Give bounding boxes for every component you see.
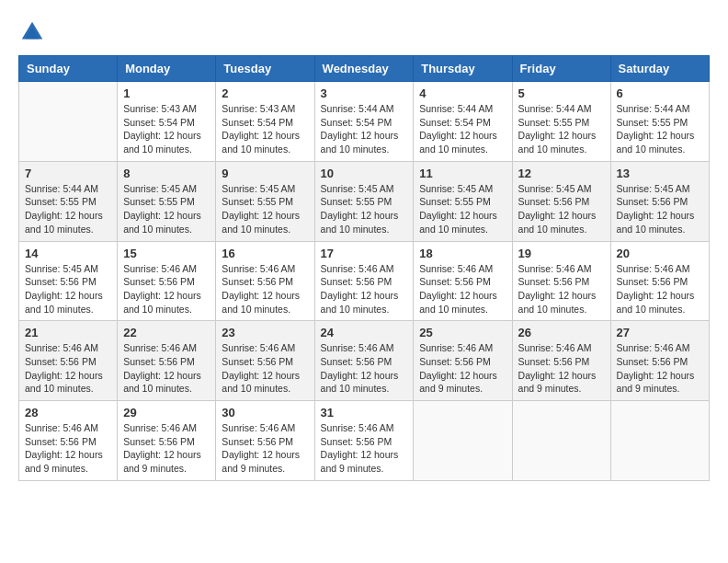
- calendar-cell: 21Sunrise: 5:46 AM Sunset: 5:56 PM Dayli…: [19, 321, 118, 401]
- day-info: Sunrise: 5:46 AM Sunset: 5:56 PM Dayligh…: [321, 341, 408, 396]
- day-number: 5: [518, 86, 605, 100]
- day-number: 27: [617, 326, 703, 339]
- day-number: 11: [419, 167, 506, 180]
- day-number: 14: [25, 247, 111, 260]
- calendar-header-sunday: Sunday: [19, 56, 118, 82]
- calendar-cell: 12Sunrise: 5:45 AM Sunset: 5:56 PM Dayli…: [512, 161, 610, 241]
- day-info: Sunrise: 5:46 AM Sunset: 5:56 PM Dayligh…: [123, 341, 210, 396]
- day-info: Sunrise: 5:45 AM Sunset: 5:55 PM Dayligh…: [222, 182, 308, 236]
- day-number: 7: [25, 167, 111, 180]
- logo-icon: [18, 18, 46, 46]
- calendar-week-row: 1Sunrise: 5:43 AM Sunset: 5:54 PM Daylig…: [19, 82, 710, 162]
- calendar-cell: 16Sunrise: 5:46 AM Sunset: 5:56 PM Dayli…: [216, 241, 314, 321]
- day-info: Sunrise: 5:44 AM Sunset: 5:55 PM Dayligh…: [25, 182, 111, 236]
- day-number: 22: [123, 326, 210, 339]
- day-info: Sunrise: 5:46 AM Sunset: 5:56 PM Dayligh…: [419, 341, 506, 396]
- calendar-cell: 30Sunrise: 5:46 AM Sunset: 5:56 PM Dayli…: [216, 401, 314, 481]
- day-number: 15: [123, 247, 210, 260]
- calendar-cell: 28Sunrise: 5:46 AM Sunset: 5:56 PM Dayli…: [19, 401, 118, 481]
- day-info: Sunrise: 5:45 AM Sunset: 5:56 PM Dayligh…: [25, 262, 111, 316]
- day-number: 4: [419, 86, 506, 100]
- day-info: Sunrise: 5:46 AM Sunset: 5:56 PM Dayligh…: [617, 262, 703, 316]
- day-info: Sunrise: 5:46 AM Sunset: 5:56 PM Dayligh…: [25, 341, 111, 396]
- day-number: 31: [321, 406, 408, 419]
- day-info: Sunrise: 5:44 AM Sunset: 5:55 PM Dayligh…: [617, 102, 703, 156]
- day-number: 24: [321, 326, 408, 339]
- calendar-cell: 5Sunrise: 5:44 AM Sunset: 5:55 PM Daylig…: [512, 82, 610, 162]
- day-info: Sunrise: 5:46 AM Sunset: 5:56 PM Dayligh…: [321, 421, 408, 476]
- day-info: Sunrise: 5:43 AM Sunset: 5:54 PM Dayligh…: [123, 102, 210, 156]
- page-header: [18, 18, 710, 46]
- logo: [18, 18, 50, 46]
- calendar-cell: 10Sunrise: 5:45 AM Sunset: 5:55 PM Dayli…: [314, 161, 414, 241]
- calendar-week-row: 14Sunrise: 5:45 AM Sunset: 5:56 PM Dayli…: [19, 241, 710, 321]
- day-number: 8: [123, 167, 210, 180]
- calendar-week-row: 28Sunrise: 5:46 AM Sunset: 5:56 PM Dayli…: [19, 401, 710, 481]
- day-number: 30: [222, 406, 308, 419]
- day-number: 26: [518, 326, 605, 339]
- day-info: Sunrise: 5:46 AM Sunset: 5:56 PM Dayligh…: [222, 341, 308, 396]
- day-number: 3: [321, 86, 408, 100]
- calendar-header-friday: Friday: [512, 56, 610, 82]
- calendar-cell: 25Sunrise: 5:46 AM Sunset: 5:56 PM Dayli…: [414, 321, 512, 401]
- day-number: 10: [321, 167, 408, 180]
- day-number: 21: [25, 326, 111, 339]
- day-info: Sunrise: 5:45 AM Sunset: 5:55 PM Dayligh…: [123, 182, 210, 236]
- calendar-cell: [414, 401, 512, 481]
- day-info: Sunrise: 5:44 AM Sunset: 5:54 PM Dayligh…: [321, 102, 408, 156]
- day-number: 1: [123, 86, 210, 100]
- calendar-header-wednesday: Wednesday: [314, 56, 414, 82]
- day-info: Sunrise: 5:46 AM Sunset: 5:56 PM Dayligh…: [321, 262, 408, 316]
- calendar-cell: 1Sunrise: 5:43 AM Sunset: 5:54 PM Daylig…: [118, 82, 216, 162]
- day-number: 25: [419, 326, 506, 339]
- calendar-cell: 11Sunrise: 5:45 AM Sunset: 5:55 PM Dayli…: [414, 161, 512, 241]
- calendar-cell: 27Sunrise: 5:46 AM Sunset: 5:56 PM Dayli…: [610, 321, 709, 401]
- day-number: 23: [222, 326, 308, 339]
- calendar-cell: 17Sunrise: 5:46 AM Sunset: 5:56 PM Dayli…: [314, 241, 414, 321]
- day-info: Sunrise: 5:45 AM Sunset: 5:56 PM Dayligh…: [617, 182, 703, 236]
- day-info: Sunrise: 5:46 AM Sunset: 5:56 PM Dayligh…: [617, 341, 703, 396]
- calendar-cell: 31Sunrise: 5:46 AM Sunset: 5:56 PM Dayli…: [314, 401, 414, 481]
- day-info: Sunrise: 5:46 AM Sunset: 5:56 PM Dayligh…: [123, 262, 210, 316]
- calendar-cell: 4Sunrise: 5:44 AM Sunset: 5:54 PM Daylig…: [414, 82, 512, 162]
- day-number: 17: [321, 247, 408, 260]
- calendar-cell: 19Sunrise: 5:46 AM Sunset: 5:56 PM Dayli…: [512, 241, 610, 321]
- day-number: 16: [222, 247, 308, 260]
- calendar-cell: 3Sunrise: 5:44 AM Sunset: 5:54 PM Daylig…: [314, 82, 414, 162]
- calendar-cell: 23Sunrise: 5:46 AM Sunset: 5:56 PM Dayli…: [216, 321, 314, 401]
- calendar-cell: [19, 82, 118, 162]
- calendar-cell: 24Sunrise: 5:46 AM Sunset: 5:56 PM Dayli…: [314, 321, 414, 401]
- day-info: Sunrise: 5:45 AM Sunset: 5:56 PM Dayligh…: [518, 182, 605, 236]
- day-info: Sunrise: 5:46 AM Sunset: 5:56 PM Dayligh…: [222, 262, 308, 316]
- day-info: Sunrise: 5:45 AM Sunset: 5:55 PM Dayligh…: [321, 182, 408, 236]
- calendar-cell: 22Sunrise: 5:46 AM Sunset: 5:56 PM Dayli…: [118, 321, 216, 401]
- day-info: Sunrise: 5:46 AM Sunset: 5:56 PM Dayligh…: [518, 262, 605, 316]
- day-number: 20: [617, 247, 703, 260]
- day-info: Sunrise: 5:46 AM Sunset: 5:56 PM Dayligh…: [222, 421, 308, 476]
- calendar-header-saturday: Saturday: [610, 56, 709, 82]
- day-number: 12: [518, 167, 605, 180]
- calendar-cell: 7Sunrise: 5:44 AM Sunset: 5:55 PM Daylig…: [19, 161, 118, 241]
- day-info: Sunrise: 5:46 AM Sunset: 5:56 PM Dayligh…: [518, 341, 605, 396]
- calendar-header-monday: Monday: [118, 56, 216, 82]
- calendar-cell: 8Sunrise: 5:45 AM Sunset: 5:55 PM Daylig…: [118, 161, 216, 241]
- day-number: 19: [518, 247, 605, 260]
- day-info: Sunrise: 5:46 AM Sunset: 5:56 PM Dayligh…: [419, 262, 506, 316]
- day-number: 9: [222, 167, 308, 180]
- calendar-cell: [512, 401, 610, 481]
- day-info: Sunrise: 5:43 AM Sunset: 5:54 PM Dayligh…: [222, 102, 308, 156]
- calendar-header-thursday: Thursday: [414, 56, 512, 82]
- calendar-cell: 14Sunrise: 5:45 AM Sunset: 5:56 PM Dayli…: [19, 241, 118, 321]
- day-number: 18: [419, 247, 506, 260]
- day-info: Sunrise: 5:45 AM Sunset: 5:55 PM Dayligh…: [419, 182, 506, 236]
- calendar-cell: 18Sunrise: 5:46 AM Sunset: 5:56 PM Dayli…: [414, 241, 512, 321]
- day-info: Sunrise: 5:46 AM Sunset: 5:56 PM Dayligh…: [25, 421, 111, 476]
- day-number: 2: [222, 86, 308, 100]
- calendar-cell: 9Sunrise: 5:45 AM Sunset: 5:55 PM Daylig…: [216, 161, 314, 241]
- calendar-cell: 15Sunrise: 5:46 AM Sunset: 5:56 PM Dayli…: [118, 241, 216, 321]
- day-number: 13: [617, 167, 703, 180]
- day-number: 28: [25, 406, 111, 419]
- day-number: 6: [617, 86, 703, 100]
- calendar-week-row: 21Sunrise: 5:46 AM Sunset: 5:56 PM Dayli…: [19, 321, 710, 401]
- day-info: Sunrise: 5:44 AM Sunset: 5:54 PM Dayligh…: [419, 102, 506, 156]
